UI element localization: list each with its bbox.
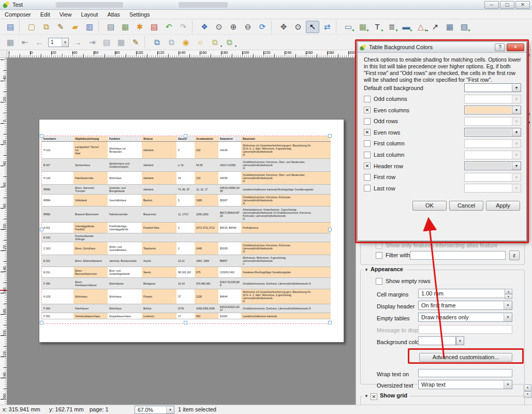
ungroup-items-button[interactable]: ⧉ bbox=[165, 36, 178, 49]
attribute-table[interactable]: InventarnrObjektbezeichnungFunktionStras… bbox=[42, 136, 331, 319]
background-color-dropdown[interactable]: ▼ bbox=[456, 336, 464, 345]
filter-with-checkbox[interactable] bbox=[376, 252, 382, 259]
add-arrow-button[interactable]: ↗ bbox=[428, 21, 442, 33]
selection-handle[interactable] bbox=[40, 134, 43, 138]
atlas-last-feature-button[interactable]: ⇥ bbox=[85, 36, 99, 49]
empty-tables-select[interactable]: Draw headers only▼ bbox=[418, 313, 512, 322]
zoom-tool-button[interactable]: ⊙ bbox=[291, 21, 305, 33]
color-dropdown-even-columns[interactable]: ▼ bbox=[464, 106, 521, 114]
lower-items-button[interactable]: ⧉▾ bbox=[223, 36, 236, 49]
color-dropdown-header-row[interactable]: ▼ bbox=[464, 161, 521, 170]
move-item-content-button[interactable]: ⇄ bbox=[320, 21, 334, 33]
selection-handle[interactable] bbox=[328, 321, 332, 324]
select-move-item-button[interactable]: ↖ bbox=[306, 21, 319, 33]
selection-handle[interactable] bbox=[40, 321, 43, 324]
zoom-level-select[interactable]: 67.0%▼ bbox=[135, 406, 174, 414]
background-color-well[interactable] bbox=[418, 336, 456, 345]
redo-button[interactable]: ↷ bbox=[176, 21, 190, 33]
selection-handle[interactable] bbox=[40, 228, 43, 231]
menu-item-layout[interactable]: Layout bbox=[76, 10, 102, 19]
unlock-items-button[interactable]: ○ bbox=[194, 36, 207, 49]
export-as-svg-button[interactable]: ✱ bbox=[133, 21, 146, 33]
export-atlas-button[interactable]: ▦ bbox=[114, 36, 128, 49]
add-image-button[interactable]: ▦+ bbox=[356, 21, 370, 33]
atlas-preview-button[interactable]: ▦ bbox=[4, 36, 17, 49]
minimize-button[interactable]: ─ bbox=[484, 1, 499, 9]
checkbox-last-row[interactable] bbox=[364, 185, 371, 191]
add-shape-button[interactable]: △+▾ bbox=[414, 21, 427, 33]
checkbox-odd-rows[interactable] bbox=[364, 118, 371, 125]
checkbox-header-row[interactable]: ✕ bbox=[364, 162, 371, 169]
menu-item-edit[interactable]: Edit bbox=[36, 10, 55, 19]
add-new-map-button[interactable]: ▭+ bbox=[342, 21, 355, 33]
atlas-settings-button[interactable]: ✎ bbox=[129, 36, 142, 49]
selection-handle[interactable] bbox=[328, 134, 332, 138]
composer-canvas[interactable]: InventarnrObjektbezeichnungFunktionStras… bbox=[7, 58, 356, 405]
display-header-select[interactable]: On first frame▼ bbox=[418, 301, 512, 310]
export-as-pdf-button[interactable]: ▤ bbox=[147, 21, 161, 33]
atlas-page-combobox[interactable]: 1▼ bbox=[48, 38, 69, 47]
zoom-out-button[interactable]: ⊖ bbox=[241, 21, 255, 33]
group-items-button[interactable]: ⧉ bbox=[150, 36, 164, 49]
selection-handle[interactable] bbox=[328, 228, 332, 231]
checkbox-last-column[interactable] bbox=[364, 152, 371, 158]
new-composition-button[interactable]: ▢ bbox=[25, 21, 38, 33]
close-button[interactable]: ✕ bbox=[515, 1, 530, 9]
menu-item-settings[interactable]: Settings bbox=[125, 10, 155, 19]
refresh-view-button[interactable]: ⟳ bbox=[256, 21, 269, 33]
zoom-full-extent-button[interactable]: ❖ bbox=[198, 21, 211, 33]
add-legend-button[interactable]: ≣+ bbox=[385, 21, 398, 33]
add-label-button[interactable]: T+ bbox=[371, 21, 384, 33]
show-grid-checkbox[interactable]: ✕ bbox=[371, 393, 377, 400]
add-attribute-table-button[interactable]: ▦ bbox=[443, 21, 456, 33]
checkbox-odd-columns[interactable] bbox=[364, 96, 371, 102]
checkbox-even-columns[interactable]: ✕ bbox=[364, 107, 371, 113]
save-project-button[interactable]: ▤ bbox=[4, 21, 17, 33]
duplicate-composition-button[interactable]: ⧉ bbox=[39, 21, 53, 33]
show-grid-section-header[interactable]: ▼✕Show grid bbox=[362, 392, 409, 400]
add-html-frame-button[interactable]: ▧+ bbox=[457, 21, 471, 33]
wrap-text-on-input[interactable] bbox=[418, 369, 512, 377]
spinner-down-icon[interactable]: ▼ bbox=[505, 294, 512, 299]
appearance-section-header[interactable]: ▼Appearance bbox=[362, 266, 405, 272]
add-scalebar-button[interactable]: ▬+ bbox=[400, 21, 413, 33]
dialog-close-button[interactable]: ✕ bbox=[507, 43, 524, 51]
checkbox-first-column[interactable] bbox=[364, 140, 371, 147]
cell-margins-input[interactable]: 1.00 mm bbox=[418, 289, 512, 298]
pan-tool-button[interactable]: ✥ bbox=[277, 21, 290, 33]
selection-handle[interactable] bbox=[184, 134, 187, 138]
filter-with-input[interactable] bbox=[410, 251, 506, 260]
panel-close-icon[interactable]: ✕ bbox=[527, 53, 531, 58]
export-as-image-button[interactable]: ▦ bbox=[119, 21, 132, 33]
menu-item-atlas[interactable]: Atlas bbox=[102, 10, 124, 19]
save-as-button[interactable]: ▥ bbox=[83, 21, 96, 33]
expression-builder-button[interactable]: ε bbox=[509, 250, 520, 260]
print-button[interactable]: ▤ bbox=[104, 21, 117, 33]
spinner-up-icon[interactable]: ▲ bbox=[505, 289, 512, 294]
selection-handle[interactable] bbox=[184, 321, 187, 324]
cell-margins-spinner[interactable]: ▲▼ bbox=[505, 289, 512, 298]
open-composition-button[interactable]: ▰ bbox=[68, 21, 82, 33]
color-dropdown-even-rows[interactable]: ▼ bbox=[464, 128, 521, 137]
apply-button[interactable]: Apply bbox=[486, 201, 520, 211]
color-dropdown-default-cell-background[interactable]: ▼ bbox=[464, 83, 521, 92]
oversized-text-select[interactable]: Wrap text▼ bbox=[418, 380, 512, 389]
panel-scroll-up-icon[interactable]: ▲ bbox=[527, 120, 531, 124]
print-atlas-button[interactable]: ▤ bbox=[100, 36, 113, 49]
table-frame-selection[interactable]: InventarnrObjektbezeichnungFunktionStras… bbox=[41, 136, 330, 324]
menu-item-view[interactable]: View bbox=[55, 10, 77, 19]
advanced-customisation-button[interactable]: Advanced customisation... bbox=[419, 353, 512, 362]
zoom-actual-size-button[interactable]: ⊙ bbox=[212, 21, 226, 33]
zoom-in-button[interactable]: ⊕ bbox=[227, 21, 240, 33]
scroll-down-icon[interactable]: ▼ bbox=[524, 391, 531, 398]
maximize-button[interactable]: ▢ bbox=[500, 1, 514, 9]
menu-item-composer[interactable]: Composer bbox=[0, 10, 36, 19]
ok-button[interactable]: OK bbox=[412, 201, 447, 211]
dialog-titlebar[interactable]: Table Background Colors ? ✕ bbox=[358, 42, 526, 53]
atlas-previous-feature-button[interactable]: ← bbox=[33, 36, 46, 49]
composition-manager-button[interactable]: ✎ bbox=[54, 21, 67, 33]
atlas-next-feature-button[interactable]: → bbox=[71, 36, 84, 49]
show-empty-rows-checkbox[interactable] bbox=[376, 278, 382, 285]
undo-button[interactable]: ↶ bbox=[162, 21, 175, 33]
checkbox-first-row[interactable] bbox=[364, 174, 371, 181]
